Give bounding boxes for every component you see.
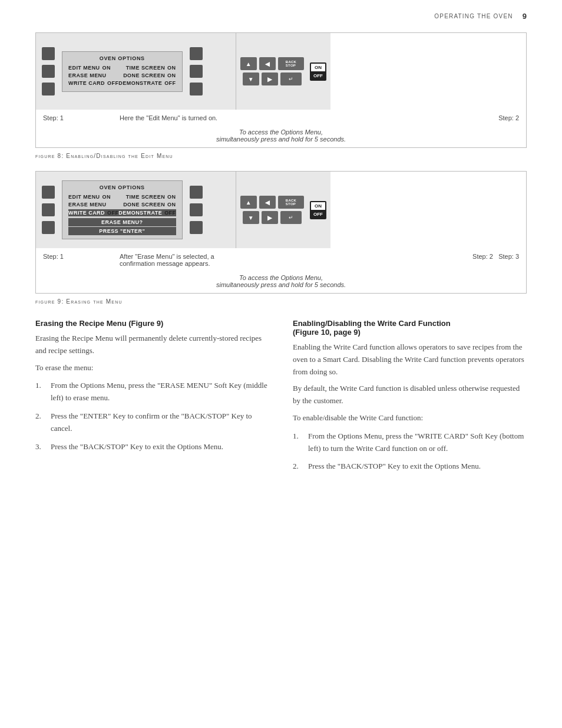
right-list-item-1: 1. From the Options Menu, press the "WRI… [293, 430, 527, 455]
figure9-write-card: WRITE CARD OFF [68, 210, 118, 216]
figure8-step1-text: Here the "Edit Menu" is turned on. [114, 114, 448, 121]
figure8-step2-label: Step: 2 [448, 114, 519, 121]
up-button: ▲ [240, 57, 257, 70]
figure9-soft-key-top-left [42, 186, 55, 199]
figure9-oven-screen: OVEN OPTIONS EDIT MENU ON TIME SCREEN ON… [62, 180, 183, 239]
figure9-soft-key-middle-right [190, 203, 203, 216]
figure8-bottom: To access the Options Menu, simultaneous… [36, 126, 526, 147]
figure8-screen-title: OVEN OPTIONS [68, 55, 176, 61]
section-right-heading: Enabling/Disabling the Write Card Functi… [293, 319, 527, 337]
figure9-container: OVEN OPTIONS EDIT MENU ON TIME SCREEN ON… [35, 171, 527, 294]
figure8-inner: OVEN OPTIONS EDIT MENU ON TIME SCREEN ON… [36, 33, 526, 110]
figure8-info: Step: 1 Here the "Edit Menu" is turned o… [36, 110, 526, 126]
section-left-heading: Erasing the Recipe Menu (Figure 9) [35, 319, 269, 328]
figure9-step1-label: Step: 1 [43, 253, 114, 267]
on-off-button: ON OFF [310, 62, 326, 81]
figure8-keypad-panel: ▲ ◀ BACKSTOP ▼ ▶ ↵ ON OFF [236, 33, 330, 110]
figure9-screen-row2: ERASE MENU DONE SCREEN ON [68, 202, 176, 207]
figure8-screen-row2: ERASE MENU DONE SCREEN ON [68, 73, 176, 78]
figure9-on-label: ON [311, 202, 325, 210]
figure9-keypad-top: ▲ ◀ BACKSTOP ▼ ▶ ↵ ON OFF [240, 196, 326, 224]
figure8-erase-menu: ERASE MENU [68, 73, 107, 78]
figure9-time-screen: TIME SCREEN ON [126, 194, 176, 200]
figure8-demonstrate: DEMONSTRATE OFF [118, 80, 176, 86]
figure9-right-button: ▶ [262, 211, 278, 224]
figure9-soft-keys-right [190, 186, 203, 234]
figure9-caption: figure 9: Erasing the Menu [35, 298, 527, 305]
on-label: ON [311, 64, 325, 72]
page-header: OPERATING THE OVEN 9 [35, 12, 527, 21]
figure8-nav-top-row: ▲ ◀ BACKSTOP [240, 57, 304, 70]
figure9-soft-key-top-right [190, 186, 203, 199]
content-col-left: Erasing the Recipe Menu (Figure 9) Erasi… [35, 319, 269, 479]
figure8-bottom-text: To access the Options Menu, simultaneous… [43, 129, 519, 143]
figure9-screen-row3: WRITE CARD OFF DEMONSTRATE OFF [68, 209, 176, 216]
figure9-steps-right: Step: 2 Step: 3 [448, 253, 519, 267]
section-left-intro: Erasing the Recipe Menu will permanently… [35, 332, 269, 374]
left-button: ◀ [259, 57, 276, 70]
list-item-3: 3. Press the "BACK/STOP" Key to exit the… [35, 441, 269, 453]
figure9-up-button: ▲ [240, 196, 257, 209]
figure8-done-screen: DONE SCREEN ON [123, 73, 176, 78]
figure9-caption-label: figure 9: [35, 298, 66, 305]
figure9-nav-top-row: ▲ ◀ BACKSTOP [240, 196, 304, 209]
figure8-oven-panel: OVEN OPTIONS EDIT MENU ON TIME SCREEN ON… [36, 33, 236, 110]
figure9-back-stop-button: BACKSTOP [278, 196, 304, 209]
figure9-nav-cluster: ▲ ◀ BACKSTOP ▼ ▶ ↵ [240, 196, 304, 224]
figure9-erase-menu: ERASE MENU [68, 202, 107, 207]
figure8-nav-cluster: ▲ ◀ BACKSTOP ▼ ▶ ↵ [240, 57, 304, 85]
figure9-popup1: ERASE MENU? [68, 218, 176, 226]
figure8-screen-row3: WRITE CARD OFF DEMONSTRATE OFF [68, 80, 176, 86]
soft-key-middle-right [190, 65, 203, 78]
figure9-step1-text: After "Erase Menu" is selected, a confir… [114, 253, 448, 267]
figure8-oven-screen: OVEN OPTIONS EDIT MENU ON TIME SCREEN ON… [62, 51, 183, 92]
figure8-container: OVEN OPTIONS EDIT MENU ON TIME SCREEN ON… [35, 32, 527, 148]
figure9-keypad-panel: ▲ ◀ BACKSTOP ▼ ▶ ↵ ON OFF [236, 172, 330, 248]
figure9-soft-key-bottom-left [42, 221, 55, 234]
figure8-edit-menu: EDIT MENU ON [68, 65, 111, 71]
enter-button: ↵ [280, 73, 302, 85]
right-list-item-2: 2. Press the "BACK/STOP" Key to exit the… [293, 460, 527, 473]
list-item-2: 2. Press the "ENTER" Key to confirm or t… [35, 410, 269, 435]
figure8-nav-bottom-row: ▼ ▶ ↵ [243, 73, 302, 85]
list-item-1: 1. From the Options Menu, press the "ERA… [35, 380, 269, 404]
section-right-body: Enabling the Write Card function allows … [293, 341, 527, 424]
figure9-enter-button: ↵ [280, 211, 302, 224]
right-button: ▶ [262, 73, 278, 85]
figure9-edit-menu: EDIT MENU ON [68, 194, 111, 200]
figure9-off-label: OFF [311, 210, 325, 218]
figure8-step1-label: Step: 1 [43, 114, 114, 121]
figure9-nav-bottom-row: ▼ ▶ ↵ [243, 211, 302, 224]
figure8-keypad-top: ▲ ◀ BACKSTOP ▼ ▶ ↵ ON OFF [240, 57, 326, 85]
figure9-soft-key-bottom-right [190, 221, 203, 234]
figure9-oven-panel: OVEN OPTIONS EDIT MENU ON TIME SCREEN ON… [36, 172, 236, 248]
section-left-list: 1. From the Options Menu, press the "ERA… [35, 380, 269, 453]
figure9-left-button: ◀ [259, 196, 276, 209]
page-header-title: OPERATING THE OVEN [434, 13, 513, 19]
figure8-soft-keys-left [42, 47, 55, 95]
figure9-on-off-button: ON OFF [310, 201, 326, 219]
soft-key-top-left [42, 47, 55, 60]
soft-key-middle-left [42, 65, 55, 78]
figure8-write-card: WRITE CARD OFF [68, 80, 118, 86]
figure8-caption: figure 8: Enabling/Disabling the Edit Me… [35, 153, 527, 159]
figure9-screen-title: OVEN OPTIONS [68, 185, 176, 190]
soft-key-bottom-right [190, 83, 203, 95]
figure9-soft-key-middle-left [42, 203, 55, 216]
section-right-list: 1. From the Options Menu, press the "WRI… [293, 430, 527, 473]
figure8-soft-keys-right [190, 47, 203, 95]
figure9-inner: OVEN OPTIONS EDIT MENU ON TIME SCREEN ON… [36, 172, 526, 248]
figure9-popup2: PRESS "ENTER" [68, 227, 176, 235]
figure9-done-screen: DONE SCREEN ON [123, 202, 176, 207]
off-label: OFF [311, 72, 325, 80]
down-button: ▼ [243, 73, 259, 85]
soft-key-top-right [190, 47, 203, 60]
soft-key-bottom-left [42, 83, 55, 95]
content-section: Erasing the Recipe Menu (Figure 9) Erasi… [35, 319, 527, 479]
figure8-caption-label: figure 8: [35, 153, 66, 159]
figure9-down-button: ▼ [243, 211, 259, 224]
figure9-screen-row1: EDIT MENU ON TIME SCREEN ON [68, 194, 176, 200]
figure9-bottom: To access the Options Menu, simultaneous… [36, 272, 526, 293]
page-number: 9 [523, 12, 527, 21]
figure9-info: Step: 1 After "Erase Menu" is selected, … [36, 248, 526, 272]
